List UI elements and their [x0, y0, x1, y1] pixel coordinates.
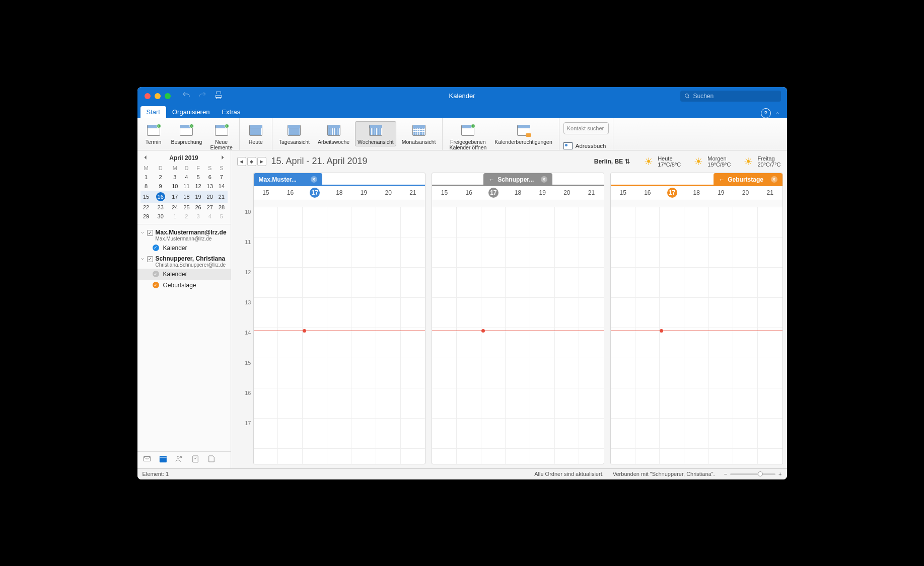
mini-cal-day[interactable]: 18: [181, 191, 192, 203]
calendar-item[interactable]: Geburtstage: [137, 280, 231, 291]
mini-cal-day[interactable]: 24: [169, 203, 181, 212]
mini-cal-day[interactable]: 19: [192, 191, 204, 203]
close-icon[interactable]: ×: [541, 176, 547, 183]
day-view-button[interactable]: Tagesansicht: [276, 121, 312, 147]
mini-cal-day[interactable]: 15: [140, 191, 152, 203]
calendar-icon[interactable]: [159, 454, 168, 465]
mini-cal-day[interactable]: 14: [216, 182, 227, 191]
today-button[interactable]: Heute: [244, 121, 268, 147]
mini-cal-day[interactable]: 5: [192, 173, 204, 182]
mail-icon[interactable]: [143, 454, 152, 465]
day-header[interactable]: 15: [254, 189, 278, 196]
tab-start[interactable]: Start: [140, 106, 166, 118]
day-header[interactable]: 20: [733, 189, 758, 196]
mini-cal-day[interactable]: 20: [204, 191, 216, 203]
day-header[interactable]: 19: [351, 189, 376, 196]
notes-icon[interactable]: [207, 454, 216, 465]
account-header[interactable]: Max.Mustermann@lrz.deMax.Mustermann@lrz.…: [137, 227, 231, 242]
day-header[interactable]: 21: [401, 189, 425, 196]
weather-day[interactable]: ☀Morgen19°C/9°C: [693, 155, 731, 168]
mini-cal-day[interactable]: 2: [152, 173, 169, 182]
help-icon[interactable]: ?: [761, 108, 771, 118]
mini-cal-day[interactable]: 11: [181, 182, 192, 191]
collapse-ribbon-icon[interactable]: [774, 110, 784, 118]
redo-icon[interactable]: [198, 91, 207, 102]
new-items-button[interactable]: +Neue Elemente: [207, 121, 235, 152]
mini-cal-day[interactable]: 8: [140, 182, 152, 191]
people-icon[interactable]: [175, 454, 184, 465]
weather-day[interactable]: ☀Heute17°C/8°C: [643, 155, 681, 168]
calendar-item[interactable]: Kalender: [137, 242, 231, 254]
day-header[interactable]: 17: [481, 188, 506, 198]
day-header[interactable]: 21: [758, 189, 783, 196]
zoom-out-icon[interactable]: −: [724, 471, 727, 477]
nav-next-button[interactable]: ▶: [257, 157, 266, 166]
mini-cal-day[interactable]: 13: [204, 182, 216, 191]
mini-cal-day[interactable]: 7: [216, 173, 227, 182]
close-window[interactable]: [145, 93, 151, 99]
search-input[interactable]: [693, 93, 777, 100]
account-header[interactable]: Schnupperer, ChristianaChristiana.Schnup…: [137, 254, 231, 269]
mini-cal-day[interactable]: 3: [169, 173, 181, 182]
month-view-button[interactable]: Monatsansicht: [399, 121, 439, 147]
zoom-slider[interactable]: − +: [724, 471, 782, 477]
tasks-icon[interactable]: [191, 454, 200, 465]
new-meeting-button[interactable]: +Besprechung: [169, 121, 205, 147]
zoom-window[interactable]: [165, 93, 171, 99]
address-book-button[interactable]: Adressbuch: [563, 142, 606, 149]
nav-expand-button[interactable]: ◆: [247, 157, 256, 166]
mini-cal-day[interactable]: 9: [152, 182, 169, 191]
mini-cal-day[interactable]: 10: [169, 182, 181, 191]
day-header[interactable]: 17: [303, 188, 327, 198]
day-header[interactable]: 18: [327, 189, 352, 196]
week-grid-2[interactable]: [432, 207, 604, 464]
calendar-permissions-button[interactable]: Kalenderberechtigungen: [492, 121, 554, 147]
day-header[interactable]: 21: [579, 189, 604, 196]
day-header[interactable]: 20: [555, 189, 580, 196]
mini-cal-day[interactable]: 4: [204, 212, 216, 221]
print-icon[interactable]: [214, 91, 223, 102]
new-appointment-button[interactable]: +Termin: [141, 121, 166, 147]
day-header[interactable]: 15: [432, 189, 457, 196]
day-header[interactable]: 19: [709, 189, 734, 196]
mini-cal-day[interactable]: 3: [192, 212, 204, 221]
mini-cal-day[interactable]: 4: [181, 173, 192, 182]
tab-extras[interactable]: Extras: [216, 106, 246, 118]
day-header[interactable]: 19: [530, 189, 555, 196]
back-arrow-icon[interactable]: ←: [488, 176, 494, 183]
mini-cal-day[interactable]: 1: [169, 212, 181, 221]
zoom-in-icon[interactable]: +: [778, 471, 781, 477]
search-box[interactable]: [680, 91, 781, 102]
day-header[interactable]: 18: [506, 189, 530, 196]
week-grid-3[interactable]: [611, 207, 783, 464]
day-header[interactable]: 18: [684, 189, 709, 196]
mini-cal-grid[interactable]: MDMDFSS 12345678910111213141516171819202…: [140, 164, 228, 221]
mini-cal-day[interactable]: 28: [216, 203, 227, 212]
back-arrow-icon[interactable]: ←: [719, 176, 725, 183]
mini-cal-day[interactable]: 17: [169, 191, 181, 203]
day-header[interactable]: 16: [278, 189, 303, 196]
week-view-button[interactable]: Wochenansicht: [355, 121, 396, 147]
tab-organisieren[interactable]: Organisieren: [166, 106, 216, 118]
prev-month-icon[interactable]: [144, 154, 148, 161]
mini-cal-day[interactable]: 16: [152, 191, 169, 203]
close-icon[interactable]: ×: [311, 176, 317, 183]
mini-cal-day[interactable]: 22: [140, 203, 152, 212]
nav-prev-button[interactable]: ◀: [237, 157, 246, 166]
day-header[interactable]: 16: [457, 189, 481, 196]
mini-cal-day[interactable]: 29: [140, 212, 152, 221]
contact-search-input[interactable]: Kontakt sucher: [563, 122, 609, 134]
day-header[interactable]: 20: [376, 189, 401, 196]
weather-day[interactable]: ☀Freitag20°C/7°C: [743, 155, 780, 168]
day-header[interactable]: 15: [611, 189, 635, 196]
week-grid-1[interactable]: 13:35: [254, 207, 425, 464]
mini-cal-day[interactable]: 23: [152, 203, 169, 212]
open-shared-calendar-button[interactable]: +Freigegebenen Kalender öffnen: [447, 121, 489, 152]
day-header[interactable]: 16: [635, 189, 660, 196]
mini-cal-day[interactable]: 5: [216, 212, 227, 221]
workweek-view-button[interactable]: Arbeitswoche: [315, 121, 352, 147]
mini-cal-day[interactable]: 27: [204, 203, 216, 212]
location-selector[interactable]: Berlin, BE⇅: [594, 158, 630, 165]
mini-cal-day[interactable]: 21: [216, 191, 227, 203]
next-month-icon[interactable]: [221, 154, 225, 161]
